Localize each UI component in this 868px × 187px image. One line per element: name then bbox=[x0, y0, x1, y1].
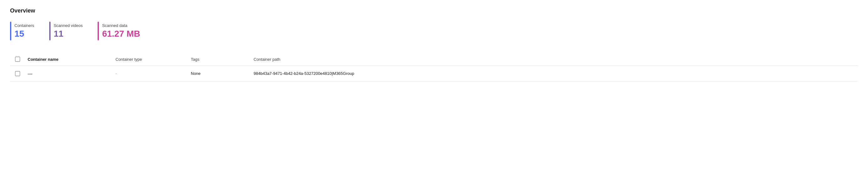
stat-label-scanned-videos: Scanned videos bbox=[54, 23, 83, 28]
stat-scanned-videos: Scanned videos 11 bbox=[49, 22, 83, 40]
stat-value-scanned-videos: 11 bbox=[54, 29, 83, 39]
stat-content-scanned-data: Scanned data 61.27 MB bbox=[102, 22, 140, 40]
table-header-container-type: Container type bbox=[113, 56, 188, 63]
table-container: Container name Container type Tags Conta… bbox=[10, 53, 858, 81]
table-cell-tags: None bbox=[188, 70, 251, 77]
stat-containers: Containers 15 bbox=[10, 22, 34, 40]
stat-scanned-data: Scanned data 61.27 MB bbox=[98, 22, 140, 40]
stat-bar-scanned-data bbox=[98, 22, 99, 40]
table-header: Container name Container type Tags Conta… bbox=[10, 53, 858, 66]
stats-row: Containers 15 Scanned videos 11 Scanned … bbox=[10, 22, 858, 40]
table-header-container-name: Container name bbox=[25, 56, 113, 63]
stat-bar-scanned-videos bbox=[49, 22, 51, 40]
stat-value-containers: 15 bbox=[14, 29, 34, 39]
table-row: — - None 984b43a7-9471-4b42-b24a-5327200… bbox=[10, 66, 858, 81]
page-title: Overview bbox=[10, 7, 858, 14]
table-row-checkbox[interactable] bbox=[15, 71, 20, 76]
table-cell-container-name: — bbox=[25, 70, 113, 77]
table-header-tags: Tags bbox=[188, 56, 251, 63]
table-header-checkbox[interactable] bbox=[15, 57, 20, 62]
table-header-checkbox-cell bbox=[10, 55, 25, 63]
stat-value-scanned-data: 61.27 MB bbox=[102, 29, 140, 39]
table-cell-container-path: 984b43a7-9471-4b42-b24a-5327200e4810|M36… bbox=[251, 70, 858, 77]
table-cell-container-type: - bbox=[113, 70, 188, 77]
table-row-checkbox-cell bbox=[10, 70, 25, 77]
stat-content-containers: Containers 15 bbox=[14, 22, 34, 40]
stat-bar-containers bbox=[10, 22, 11, 40]
table-header-container-path: Container path bbox=[251, 56, 858, 63]
stat-label-scanned-data: Scanned data bbox=[102, 23, 140, 28]
stat-content-scanned-videos: Scanned videos 11 bbox=[54, 22, 83, 40]
stat-label-containers: Containers bbox=[14, 23, 34, 28]
